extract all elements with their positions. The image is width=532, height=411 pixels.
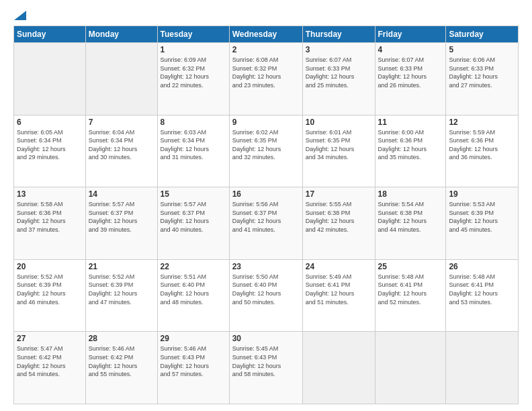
day-info: Sunrise: 5:50 AMSunset: 6:40 PMDaylight:… bbox=[232, 273, 300, 306]
day-number: 6 bbox=[17, 118, 83, 127]
day-info: Sunrise: 5:48 AMSunset: 6:41 PMDaylight:… bbox=[449, 273, 515, 306]
day-number: 30 bbox=[232, 334, 300, 343]
calendar-cell: 29Sunrise: 5:46 AMSunset: 6:43 PMDayligh… bbox=[157, 332, 229, 404]
calendar-cell: 27Sunrise: 5:47 AMSunset: 6:42 PMDayligh… bbox=[14, 332, 86, 404]
day-number: 15 bbox=[161, 189, 226, 199]
weekday-header-saturday: Saturday bbox=[446, 26, 519, 43]
day-info: Sunrise: 5:59 AMSunset: 6:36 PMDaylight:… bbox=[449, 128, 515, 162]
calendar-cell: 18Sunrise: 5:54 AMSunset: 6:38 PMDayligh… bbox=[375, 187, 446, 260]
day-number: 22 bbox=[161, 262, 226, 271]
calendar-body: 1Sunrise: 6:09 AMSunset: 6:32 PMDaylight… bbox=[14, 43, 519, 404]
day-number: 25 bbox=[378, 262, 443, 271]
calendar-week-0: 1Sunrise: 6:09 AMSunset: 6:32 PMDaylight… bbox=[14, 43, 519, 116]
day-number: 16 bbox=[232, 189, 300, 199]
calendar-cell: 20Sunrise: 5:52 AMSunset: 6:39 PMDayligh… bbox=[14, 259, 86, 332]
logo-icon bbox=[14, 11, 26, 20]
calendar-cell: 12Sunrise: 5:59 AMSunset: 6:36 PMDayligh… bbox=[446, 115, 519, 187]
calendar: SundayMondayTuesdayWednesdayThursdayFrid… bbox=[13, 26, 519, 404]
day-number: 26 bbox=[449, 262, 515, 271]
day-info: Sunrise: 5:57 AMSunset: 6:37 PMDaylight:… bbox=[89, 200, 154, 234]
calendar-cell: 13Sunrise: 5:58 AMSunset: 6:36 PMDayligh… bbox=[14, 187, 86, 260]
calendar-cell: 19Sunrise: 5:53 AMSunset: 6:39 PMDayligh… bbox=[446, 187, 519, 260]
weekday-header-friday: Friday bbox=[375, 26, 446, 43]
day-info: Sunrise: 5:56 AMSunset: 6:37 PMDaylight:… bbox=[232, 200, 300, 234]
day-info: Sunrise: 6:08 AMSunset: 6:32 PMDaylight:… bbox=[232, 56, 300, 89]
calendar-cell: 14Sunrise: 5:57 AMSunset: 6:37 PMDayligh… bbox=[85, 187, 157, 260]
day-info: Sunrise: 6:03 AMSunset: 6:34 PMDaylight:… bbox=[161, 128, 226, 162]
day-number: 7 bbox=[89, 118, 154, 127]
calendar-cell bbox=[14, 43, 86, 116]
day-info: Sunrise: 6:09 AMSunset: 6:32 PMDaylight:… bbox=[161, 56, 226, 89]
day-info: Sunrise: 5:51 AMSunset: 6:40 PMDaylight:… bbox=[161, 273, 226, 306]
day-number: 14 bbox=[89, 189, 154, 199]
day-number: 12 bbox=[449, 118, 515, 127]
calendar-cell: 16Sunrise: 5:56 AMSunset: 6:37 PMDayligh… bbox=[229, 187, 302, 260]
day-info: Sunrise: 5:53 AMSunset: 6:39 PMDaylight:… bbox=[449, 200, 515, 234]
day-info: Sunrise: 5:58 AMSunset: 6:36 PMDaylight:… bbox=[17, 200, 83, 234]
day-number: 1 bbox=[161, 45, 226, 54]
day-number: 24 bbox=[306, 262, 372, 271]
day-number: 3 bbox=[306, 45, 372, 54]
day-number: 4 bbox=[378, 45, 443, 54]
logo bbox=[13, 11, 26, 20]
calendar-cell bbox=[85, 43, 157, 116]
weekday-header-tuesday: Tuesday bbox=[157, 26, 229, 43]
calendar-cell: 8Sunrise: 6:03 AMSunset: 6:34 PMDaylight… bbox=[157, 115, 229, 187]
day-info: Sunrise: 5:47 AMSunset: 6:42 PMDaylight:… bbox=[17, 345, 83, 378]
day-number: 2 bbox=[232, 45, 300, 54]
day-info: Sunrise: 5:49 AMSunset: 6:41 PMDaylight:… bbox=[306, 273, 372, 306]
day-number: 20 bbox=[17, 262, 83, 271]
calendar-week-1: 6Sunrise: 6:05 AMSunset: 6:34 PMDaylight… bbox=[14, 115, 519, 187]
calendar-week-4: 27Sunrise: 5:47 AMSunset: 6:42 PMDayligh… bbox=[14, 332, 519, 404]
weekday-header-row: SundayMondayTuesdayWednesdayThursdayFrid… bbox=[14, 26, 519, 43]
day-number: 11 bbox=[378, 118, 443, 127]
weekday-header-monday: Monday bbox=[85, 26, 157, 43]
day-info: Sunrise: 5:54 AMSunset: 6:38 PMDaylight:… bbox=[378, 200, 443, 234]
day-number: 13 bbox=[17, 189, 83, 199]
day-number: 19 bbox=[449, 189, 515, 199]
calendar-cell: 24Sunrise: 5:49 AMSunset: 6:41 PMDayligh… bbox=[302, 259, 375, 332]
day-number: 10 bbox=[306, 118, 372, 127]
calendar-cell: 10Sunrise: 6:01 AMSunset: 6:35 PMDayligh… bbox=[302, 115, 375, 187]
day-number: 27 bbox=[17, 334, 83, 343]
calendar-cell: 15Sunrise: 5:57 AMSunset: 6:37 PMDayligh… bbox=[157, 187, 229, 260]
calendar-cell: 2Sunrise: 6:08 AMSunset: 6:32 PMDaylight… bbox=[229, 43, 302, 116]
calendar-cell bbox=[302, 332, 375, 404]
day-info: Sunrise: 5:52 AMSunset: 6:39 PMDaylight:… bbox=[89, 273, 154, 306]
calendar-cell: 9Sunrise: 6:02 AMSunset: 6:35 PMDaylight… bbox=[229, 115, 302, 187]
weekday-header-sunday: Sunday bbox=[14, 26, 86, 43]
day-number: 28 bbox=[89, 334, 154, 343]
day-number: 5 bbox=[449, 45, 515, 54]
calendar-cell: 30Sunrise: 5:45 AMSunset: 6:43 PMDayligh… bbox=[229, 332, 302, 404]
calendar-cell: 5Sunrise: 6:06 AMSunset: 6:33 PMDaylight… bbox=[446, 43, 519, 116]
calendar-week-3: 20Sunrise: 5:52 AMSunset: 6:39 PMDayligh… bbox=[14, 259, 519, 332]
calendar-cell: 6Sunrise: 6:05 AMSunset: 6:34 PMDaylight… bbox=[14, 115, 86, 187]
day-info: Sunrise: 6:06 AMSunset: 6:33 PMDaylight:… bbox=[449, 56, 515, 89]
day-number: 18 bbox=[378, 189, 443, 199]
day-info: Sunrise: 5:52 AMSunset: 6:39 PMDaylight:… bbox=[17, 273, 83, 306]
day-info: Sunrise: 6:05 AMSunset: 6:34 PMDaylight:… bbox=[17, 128, 83, 162]
day-info: Sunrise: 6:07 AMSunset: 6:33 PMDaylight:… bbox=[306, 56, 372, 89]
day-info: Sunrise: 6:07 AMSunset: 6:33 PMDaylight:… bbox=[378, 56, 443, 89]
calendar-cell: 26Sunrise: 5:48 AMSunset: 6:41 PMDayligh… bbox=[446, 259, 519, 332]
calendar-cell: 25Sunrise: 5:48 AMSunset: 6:41 PMDayligh… bbox=[375, 259, 446, 332]
calendar-cell: 28Sunrise: 5:46 AMSunset: 6:42 PMDayligh… bbox=[85, 332, 157, 404]
calendar-cell: 11Sunrise: 6:00 AMSunset: 6:36 PMDayligh… bbox=[375, 115, 446, 187]
calendar-cell: 17Sunrise: 5:55 AMSunset: 6:38 PMDayligh… bbox=[302, 187, 375, 260]
day-info: Sunrise: 5:48 AMSunset: 6:41 PMDaylight:… bbox=[378, 273, 443, 306]
day-number: 21 bbox=[89, 262, 154, 271]
calendar-cell: 22Sunrise: 5:51 AMSunset: 6:40 PMDayligh… bbox=[157, 259, 229, 332]
day-info: Sunrise: 5:46 AMSunset: 6:42 PMDaylight:… bbox=[89, 345, 154, 378]
day-info: Sunrise: 5:45 AMSunset: 6:43 PMDaylight:… bbox=[232, 345, 300, 378]
weekday-header-wednesday: Wednesday bbox=[229, 26, 302, 43]
day-number: 23 bbox=[232, 262, 300, 271]
day-number: 29 bbox=[161, 334, 226, 343]
day-info: Sunrise: 6:02 AMSunset: 6:35 PMDaylight:… bbox=[232, 128, 300, 162]
day-number: 8 bbox=[161, 118, 226, 127]
calendar-cell: 1Sunrise: 6:09 AMSunset: 6:32 PMDaylight… bbox=[157, 43, 229, 116]
calendar-cell: 21Sunrise: 5:52 AMSunset: 6:39 PMDayligh… bbox=[85, 259, 157, 332]
calendar-week-2: 13Sunrise: 5:58 AMSunset: 6:36 PMDayligh… bbox=[14, 187, 519, 260]
day-number: 17 bbox=[306, 189, 372, 199]
svg-marker-0 bbox=[14, 11, 26, 20]
page: SundayMondayTuesdayWednesdayThursdayFrid… bbox=[0, 0, 532, 411]
